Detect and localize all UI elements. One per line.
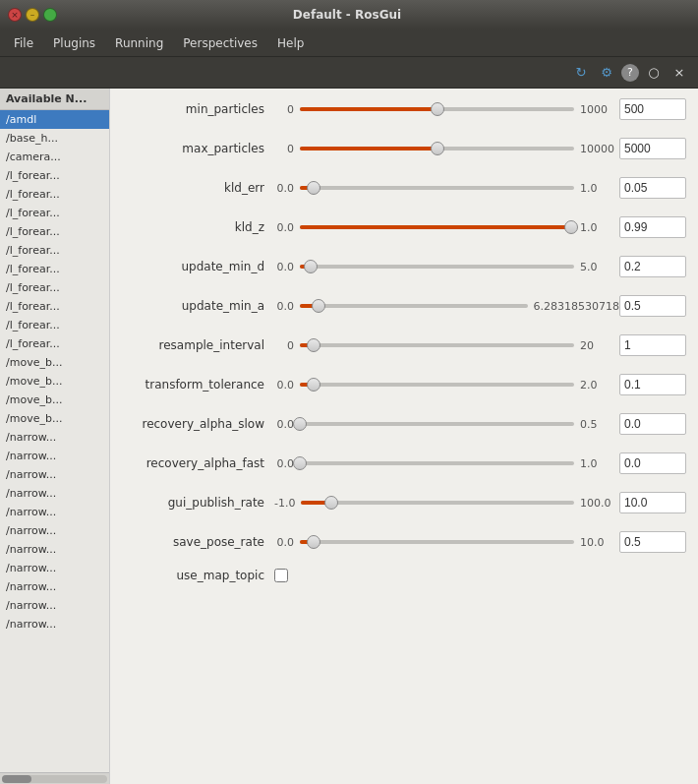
- panel-item[interactable]: /l_forear...: [0, 185, 109, 204]
- panel-item[interactable]: /narrow...: [0, 484, 109, 503]
- panel-item[interactable]: /l_forear...: [0, 316, 109, 334]
- panel-item[interactable]: /base_h...: [0, 129, 109, 148]
- menu-help[interactable]: Help: [267, 32, 314, 54]
- param-input-update_min_d[interactable]: [619, 256, 686, 277]
- param-input-kld_z[interactable]: [619, 216, 686, 238]
- panel-item[interactable]: /l_forear...: [0, 334, 109, 353]
- slider-thumb-update_min_d[interactable]: [304, 260, 318, 273]
- param-input-save_pose_rate[interactable]: [619, 531, 686, 553]
- hscroll-thumb[interactable]: [2, 775, 31, 783]
- param-label-kld_z: kld_z: [122, 220, 274, 234]
- param-label-recovery_alpha_slow: recovery_alpha_slow: [122, 417, 274, 431]
- slider-thumb-kld_z[interactable]: [564, 220, 578, 234]
- slider-track-kld_z[interactable]: [300, 225, 574, 229]
- param-input-resample_interval[interactable]: [619, 334, 686, 356]
- checkbox-use-map-topic[interactable]: [274, 569, 288, 582]
- slider-thumb-transform_tolerance[interactable]: [307, 378, 320, 392]
- param-input-recovery_alpha_slow[interactable]: [619, 413, 686, 435]
- slider-thumb-save_pose_rate[interactable]: [307, 535, 320, 549]
- param-input-update_min_a[interactable]: [619, 295, 686, 317]
- panel-item[interactable]: /narrow...: [0, 447, 109, 465]
- panel-item[interactable]: /narrow...: [0, 465, 109, 484]
- param-row-kld_z: kld_z0.01.0: [122, 214, 686, 240]
- param-label-min_particles: min_particles: [122, 102, 274, 116]
- slider-thumb-resample_interval[interactable]: [307, 338, 320, 352]
- menu-plugins[interactable]: Plugins: [43, 32, 105, 54]
- slider-track-kld_err[interactable]: [300, 186, 574, 190]
- config-icon[interactable]: ⚙: [596, 62, 617, 84]
- panel-item[interactable]: /l_forear...: [0, 260, 109, 278]
- slider-track-transform_tolerance[interactable]: [300, 383, 574, 387]
- checkbox-label-use-map-topic: use_map_topic: [122, 569, 274, 582]
- slider-min-resample_interval: 0: [274, 339, 294, 352]
- panel-item[interactable]: /narrow...: [0, 503, 109, 521]
- slider-section-resample_interval: 020: [274, 335, 619, 355]
- panel-item[interactable]: /narrow...: [0, 577, 109, 596]
- param-row-update_min_a: update_min_a0.06.28318530718: [122, 293, 686, 319]
- slider-wrapper-transform_tolerance: [300, 375, 574, 394]
- slider-thumb-gui_publish_rate[interactable]: [324, 496, 338, 510]
- panel-item[interactable]: /l_forear...: [0, 222, 109, 241]
- sync-icon[interactable]: ↻: [570, 62, 592, 84]
- window-title: Default - RosGui: [4, 8, 690, 22]
- panel-list[interactable]: /amdl/base_h.../camera.../l_forear.../l_…: [0, 110, 109, 772]
- slider-track-max_particles[interactable]: [300, 147, 574, 151]
- menu-perspectives[interactable]: Perspectives: [173, 32, 267, 54]
- slider-fill-min_particles: [300, 107, 437, 111]
- panel-item[interactable]: /l_forear...: [0, 166, 109, 185]
- param-row-update_min_d: update_min_d0.05.0: [122, 254, 686, 279]
- horizontal-scrollbar[interactable]: [0, 772, 109, 784]
- param-label-kld_err: kld_err: [122, 181, 274, 195]
- slider-section-max_particles: 010000: [274, 139, 619, 158]
- slider-max-update_min_a: 6.28318530718: [534, 300, 619, 313]
- close-panel-icon[interactable]: ×: [669, 62, 690, 84]
- panel-item[interactable]: /narrow...: [0, 521, 109, 540]
- param-row-max_particles: max_particles010000: [122, 136, 686, 161]
- slider-thumb-kld_err[interactable]: [307, 181, 320, 195]
- panel-item[interactable]: /move_b...: [0, 353, 109, 372]
- param-input-max_particles[interactable]: [619, 138, 686, 159]
- right-panel[interactable]: min_particles01000max_particles010000kld…: [110, 89, 698, 784]
- slider-track-update_min_d[interactable]: [300, 265, 574, 269]
- panel-item[interactable]: /l_forear...: [0, 278, 109, 297]
- slider-thumb-min_particles[interactable]: [431, 102, 444, 116]
- panel-item[interactable]: /narrow...: [0, 596, 109, 615]
- slider-thumb-max_particles[interactable]: [431, 142, 444, 155]
- param-input-min_particles[interactable]: [619, 98, 686, 120]
- hscroll-track: [2, 775, 107, 783]
- menu-file[interactable]: File: [4, 32, 43, 54]
- panel-item[interactable]: /narrow...: [0, 559, 109, 577]
- panel-item[interactable]: /narrow...: [0, 428, 109, 447]
- panel-item[interactable]: /camera...: [0, 148, 109, 166]
- panel-item[interactable]: /l_forear...: [0, 241, 109, 260]
- slider-track-save_pose_rate[interactable]: [300, 540, 574, 544]
- slider-wrapper-gui_publish_rate: [301, 493, 574, 513]
- panel-item[interactable]: /move_b...: [0, 372, 109, 391]
- param-row-transform_tolerance: transform_tolerance0.02.0: [122, 372, 686, 397]
- param-input-transform_tolerance[interactable]: [619, 374, 686, 395]
- slider-thumb-update_min_a[interactable]: [312, 299, 325, 313]
- slider-track-recovery_alpha_fast[interactable]: [300, 461, 574, 465]
- restore-icon[interactable]: ○: [643, 62, 665, 84]
- slider-track-update_min_a[interactable]: [300, 304, 528, 308]
- slider-max-recovery_alpha_fast: 1.0: [580, 457, 619, 470]
- panel-item[interactable]: /move_b...: [0, 391, 109, 409]
- param-input-recovery_alpha_fast[interactable]: [619, 452, 686, 474]
- param-input-kld_err[interactable]: [619, 177, 686, 199]
- slider-thumb-recovery_alpha_fast[interactable]: [293, 456, 307, 470]
- slider-thumb-recovery_alpha_slow[interactable]: [293, 417, 307, 431]
- help-icon[interactable]: ?: [621, 64, 639, 82]
- panel-item[interactable]: /amdl: [0, 110, 109, 129]
- slider-track-min_particles[interactable]: [300, 107, 574, 111]
- panel-item[interactable]: /narrow...: [0, 615, 109, 633]
- panel-item[interactable]: /l_forear...: [0, 204, 109, 222]
- panel-item[interactable]: /move_b...: [0, 409, 109, 428]
- slider-track-recovery_alpha_slow[interactable]: [300, 422, 574, 426]
- slider-track-gui_publish_rate[interactable]: [301, 501, 574, 505]
- slider-max-recovery_alpha_slow: 0.5: [580, 418, 619, 431]
- menu-running[interactable]: Running: [105, 32, 173, 54]
- slider-track-resample_interval[interactable]: [300, 343, 574, 347]
- panel-item[interactable]: /l_forear...: [0, 297, 109, 316]
- param-input-gui_publish_rate[interactable]: [619, 492, 686, 513]
- panel-item[interactable]: /narrow...: [0, 540, 109, 559]
